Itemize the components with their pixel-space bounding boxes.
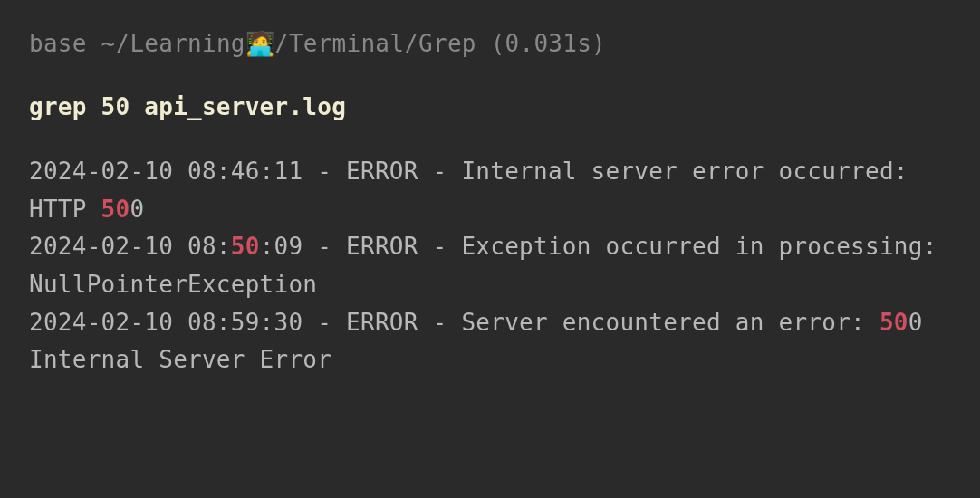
output-text: 0 <box>130 196 144 223</box>
prompt-timing: (0.031s) <box>491 30 606 57</box>
output-line-1: 2024-02-10 08:46:11 - ERROR - Internal s… <box>29 153 951 228</box>
grep-match-highlight: 50 <box>101 196 130 223</box>
output-text: 2024-02-10 08: <box>29 233 231 260</box>
prompt-path-suffix: /Terminal/Grep <box>274 30 491 57</box>
grep-match-highlight: 50 <box>879 309 908 336</box>
prompt-emoji: 🧑‍💻 <box>245 30 274 57</box>
output-line-2: 2024-02-10 08:50:09 - ERROR - Exception … <box>29 228 951 303</box>
prompt-line: base ~/Learning🧑‍💻/Terminal/Grep (0.031s… <box>29 25 951 63</box>
prompt-env: base <box>29 30 87 57</box>
output-line-3: 2024-02-10 08:59:30 - ERROR - Server enc… <box>29 304 951 379</box>
output-text: 2024-02-10 08:59:30 - ERROR - Server enc… <box>29 309 879 336</box>
output-text: 2024-02-10 08:46:11 - ERROR - Internal s… <box>29 158 908 223</box>
command-input[interactable]: grep 50 api_server.log <box>29 89 951 127</box>
grep-match-highlight: 50 <box>231 233 260 260</box>
prompt-path-prefix: ~/Learning <box>87 30 245 57</box>
